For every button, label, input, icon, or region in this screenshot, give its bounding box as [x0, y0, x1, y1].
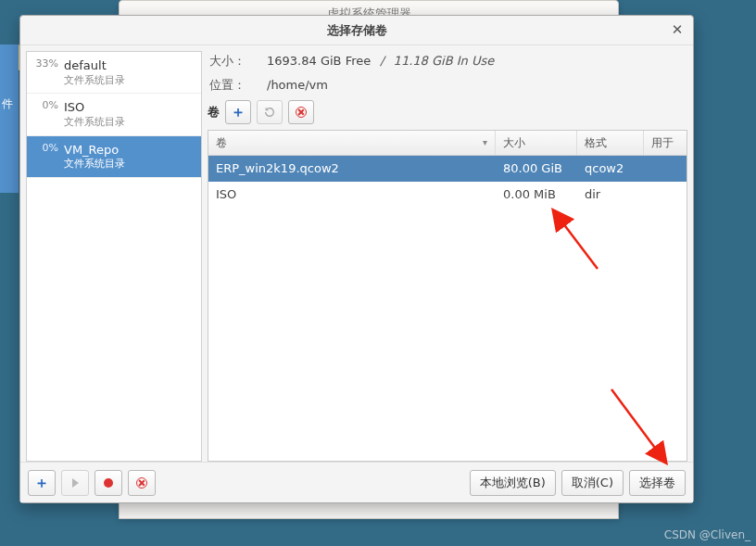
- storage-volume-dialog: 选择存储卷 ✕ 33% default 文件系统目录 0% ISO 文件系统目录…: [19, 15, 694, 503]
- plus-icon: ＋: [34, 473, 49, 493]
- location-row: 位置： /home/vm: [208, 75, 687, 95]
- right-pane: 大小： 1693.84 GiB Free / 11.18 GiB In Use …: [208, 51, 687, 462]
- table-body: ERP_win2k19.qcow2 80.00 GiB qcow2 ISO 0.…: [208, 156, 687, 461]
- volume-toolbar: 卷 ＋: [208, 98, 687, 126]
- cell-used: [644, 182, 687, 208]
- stop-pool-button[interactable]: [94, 470, 122, 496]
- delete-icon: [136, 477, 147, 489]
- col-used[interactable]: 用于: [644, 131, 687, 155]
- sort-caret-icon: ▾: [483, 136, 487, 149]
- pool-item-iso[interactable]: 0% ISO 文件系统目录: [27, 94, 201, 135]
- cell-used: [644, 156, 687, 182]
- pool-item-default[interactable]: 33% default 文件系统目录: [27, 52, 201, 94]
- size-label: 大小：: [209, 53, 258, 70]
- pool-subtitle: 文件系统目录: [64, 74, 125, 88]
- close-icon[interactable]: ✕: [669, 21, 686, 38]
- pool-item-vmrepo[interactable]: 0% VM_Repo 文件系统目录: [27, 136, 201, 178]
- cell-format: dir: [577, 182, 644, 208]
- delete-volume-button[interactable]: [288, 100, 314, 124]
- add-volume-button[interactable]: ＋: [225, 100, 251, 124]
- size-used: 11.18 GiB In Use: [394, 53, 495, 70]
- cancel-button[interactable]: 取消(C): [561, 470, 624, 496]
- refresh-volumes-button[interactable]: [257, 100, 283, 124]
- choose-volume-button[interactable]: 选择卷: [629, 470, 686, 496]
- pool-usage: 0%: [32, 142, 58, 156]
- background-side-tab: 件: [0, 44, 19, 193]
- col-size[interactable]: 大小: [496, 131, 577, 155]
- location-label: 位置：: [209, 77, 258, 94]
- play-icon: [72, 478, 79, 488]
- table-row[interactable]: ERP_win2k19.qcow2 80.00 GiB qcow2: [208, 156, 687, 182]
- cell-name: ISO: [208, 182, 496, 208]
- table-row[interactable]: ISO 0.00 MiB dir: [208, 182, 687, 208]
- pool-usage: 0%: [32, 99, 58, 113]
- volume-toolbar-label: 卷: [208, 104, 220, 121]
- watermark: CSDN @Cliven_: [664, 527, 750, 542]
- size-sep: /: [380, 53, 384, 70]
- size-row: 大小： 1693.84 GiB Free / 11.18 GiB In Use: [208, 51, 687, 71]
- pool-subtitle: 文件系统目录: [64, 158, 125, 171]
- cell-format: qcow2: [577, 156, 644, 182]
- browse-local-button[interactable]: 本地浏览(B): [470, 470, 556, 496]
- col-name[interactable]: 卷 ▾: [208, 131, 496, 155]
- cell-size: 80.00 GiB: [496, 156, 577, 182]
- record-icon: [104, 478, 113, 488]
- delete-pool-button[interactable]: [128, 470, 156, 496]
- dialog-title: 选择存储卷: [327, 22, 387, 39]
- storage-pool-list[interactable]: 33% default 文件系统目录 0% ISO 文件系统目录 0% VM_R…: [26, 51, 202, 462]
- plus-icon: ＋: [231, 102, 246, 122]
- start-pool-button[interactable]: [61, 470, 89, 496]
- pool-usage: 33%: [32, 57, 58, 71]
- dialog-bottom-bar: ＋ 本地浏览(B) 取消(C) 选择卷: [20, 462, 693, 502]
- size-free: 1693.84 GiB Free: [267, 53, 371, 70]
- col-format[interactable]: 格式: [577, 131, 644, 155]
- pool-name: ISO: [64, 99, 125, 116]
- pool-name: default: [64, 57, 125, 74]
- delete-icon: [296, 107, 307, 118]
- cell-size: 0.00 MiB: [496, 182, 577, 208]
- volume-table: 卷 ▾ 大小 格式 用于 ERP_win2k19.qcow2 80.00 GiB…: [208, 130, 687, 462]
- add-pool-button[interactable]: ＋: [28, 470, 56, 496]
- refresh-icon: [263, 106, 276, 119]
- table-header: 卷 ▾ 大小 格式 用于: [208, 131, 687, 156]
- pool-name: VM_Repo: [64, 142, 125, 159]
- dialog-body: 33% default 文件系统目录 0% ISO 文件系统目录 0% VM_R…: [20, 45, 693, 462]
- dialog-titlebar: 选择存储卷 ✕: [20, 16, 693, 45]
- location-value: /home/vm: [267, 77, 328, 94]
- pool-subtitle: 文件系统目录: [64, 116, 125, 130]
- cell-name: ERP_win2k19.qcow2: [208, 156, 496, 182]
